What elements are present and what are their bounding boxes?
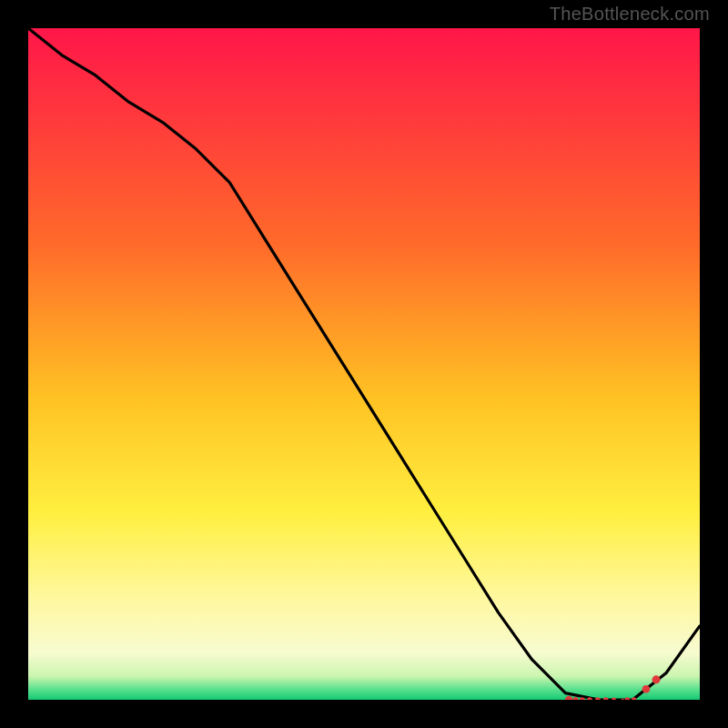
plot-area <box>28 28 700 700</box>
optimal-marker <box>632 697 637 700</box>
chart-container: TheBottleneck.com <box>0 0 728 728</box>
optimal-marker <box>595 697 601 700</box>
optimal-marker <box>580 697 585 700</box>
optimal-marker <box>565 696 572 700</box>
watermark-text: TheBottleneck.com <box>550 4 710 25</box>
optimal-marker <box>603 697 609 700</box>
optimal-marker <box>652 675 661 683</box>
optimal-marker <box>625 697 631 700</box>
optimal-marker <box>622 699 624 701</box>
optimal-marker <box>642 685 651 693</box>
optimal-markers <box>28 28 700 700</box>
optimal-marker <box>587 697 592 700</box>
optimal-marker <box>612 698 616 700</box>
optimal-marker <box>572 697 578 700</box>
